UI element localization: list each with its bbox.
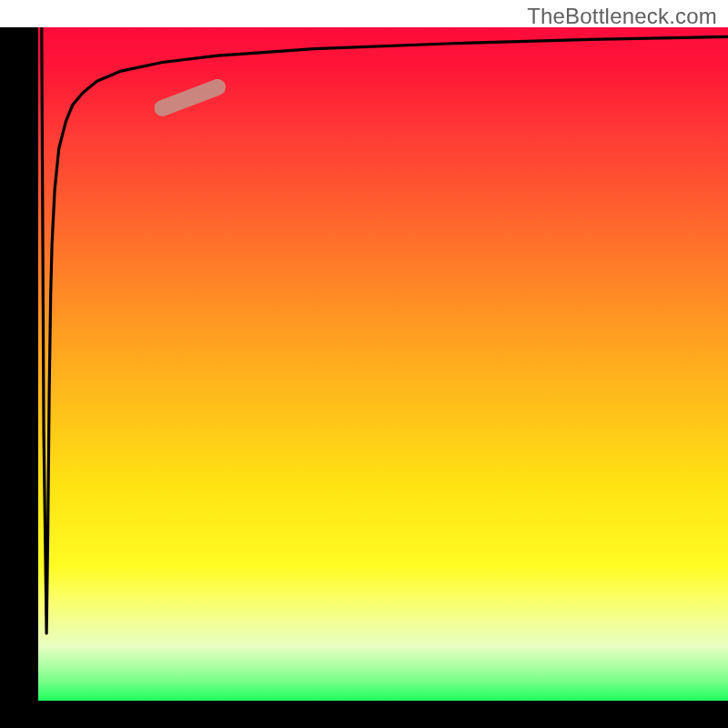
plot-container [0, 0, 728, 728]
bottleneck-curve [42, 27, 728, 633]
curve-svg [38, 27, 728, 701]
x-axis-bar [0, 701, 728, 728]
highlight-marker [162, 87, 217, 108]
chart-frame: TheBottleneck.com [0, 0, 728, 728]
plot-area [38, 27, 728, 701]
y-axis-bar [0, 27, 38, 701]
